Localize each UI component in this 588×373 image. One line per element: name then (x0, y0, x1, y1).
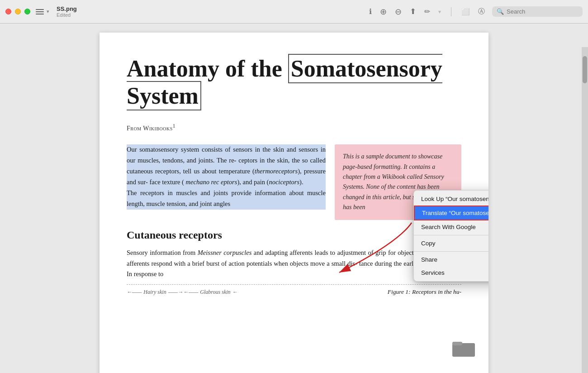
expand-icon[interactable]: ⬜ (461, 8, 470, 16)
titlebar: ▾ SS.png Edited ℹ ⊕ ⊖ ⬆ ✏ ▾ ⬜ Ⓐ 🔍 (0, 0, 588, 24)
svg-rect-1 (452, 342, 462, 345)
two-column-layout: Our somatosensory system consists of sen… (127, 144, 461, 220)
zoom-in-icon[interactable]: ⊕ (380, 7, 387, 17)
sidebar-toggle[interactable] (36, 9, 44, 14)
scrollbar-track (582, 47, 588, 373)
search-bar[interactable]: 🔍 (492, 6, 583, 17)
section-heading: Cutaneous receptors (127, 229, 461, 241)
filename-label: SS.png (57, 5, 77, 12)
maximize-button[interactable] (24, 9, 30, 14)
scrollbar-thumb[interactable] (583, 56, 587, 83)
context-menu-separator-1 (414, 235, 488, 235)
figure-labels: ←—— Hairy skin ——→←—— Glabrous skin ← (127, 289, 238, 296)
document-title-area: Anatomy of the Somatosensory System (127, 55, 461, 110)
toolbar-divider (451, 7, 451, 16)
title-part1: Anatomy of the (127, 56, 288, 81)
share-app-icon[interactable]: Ⓐ (478, 7, 485, 16)
context-menu-item-copy[interactable]: Copy (414, 237, 488, 250)
minimize-button[interactable] (15, 9, 21, 14)
selected-paragraph: Our somatosensory system consists of sen… (127, 144, 326, 210)
figure-caption: Figure 1: Receptors in the hu- (388, 288, 461, 296)
context-menu-item-share[interactable]: Share ▶ (414, 253, 488, 266)
close-button[interactable] (5, 9, 11, 14)
content-area: Anatomy of the Somatosensory System From… (0, 24, 588, 373)
context-menu-item-translate[interactable]: Translate “Our somatosensory system…” (414, 206, 488, 220)
title-info: SS.png Edited (57, 5, 77, 18)
traffic-lights (5, 9, 30, 14)
edited-label: Edited (57, 12, 71, 18)
context-menu: Look Up “Our somatosensory system…” Tran… (413, 190, 488, 282)
context-menu-separator-2 (414, 251, 488, 252)
context-menu-item-services[interactable]: Services ▶ (414, 266, 488, 279)
context-menu-item-lookup[interactable]: Look Up “Our somatosensory system…” (414, 192, 488, 206)
search-input[interactable] (507, 8, 578, 15)
figure-area: ←—— Hairy skin ——→←—— Glabrous skin ← Fi… (127, 284, 461, 296)
info-icon[interactable]: ℹ (369, 7, 372, 16)
attribution: From Wikibooks1 (127, 123, 461, 132)
pen-icon[interactable]: ✏ (424, 7, 430, 16)
folder-icon (452, 339, 475, 359)
document-page: Anatomy of the Somatosensory System From… (100, 33, 488, 373)
left-column: Our somatosensory system consists of sen… (127, 144, 326, 220)
toolbar-icons: ℹ ⊕ ⊖ ⬆ ✏ ▾ ⬜ Ⓐ (369, 7, 485, 17)
share-icon[interactable]: ⬆ (410, 7, 416, 16)
zoom-out-icon[interactable]: ⊖ (395, 7, 402, 17)
body-paragraph: Sensory information from Meissner corpus… (127, 248, 461, 280)
context-menu-item-search-google[interactable]: Search With Google (414, 220, 488, 234)
search-icon: 🔍 (497, 8, 504, 15)
